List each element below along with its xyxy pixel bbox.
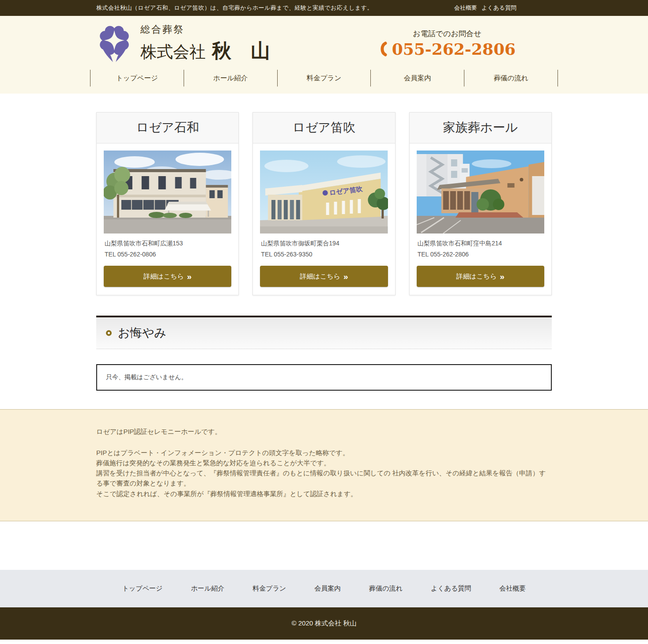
- nav-item-top-page[interactable]: トップページ: [90, 70, 184, 87]
- detail-button-label: 詳細はこちら: [300, 272, 340, 281]
- company-name: 秋 山: [212, 39, 270, 62]
- phone-icon: [379, 41, 388, 56]
- hall-address: 山梨県笛吹市石和町広瀬153: [105, 238, 230, 249]
- detail-button-label: 詳細はこちら: [143, 272, 184, 281]
- phone-number-link[interactable]: 055-262-2806: [379, 40, 516, 58]
- pip-certification-section: ロゼアはPIP認証セレモニーホールです。 PIPとはプラベート・インフォメーショ…: [0, 409, 648, 521]
- nav-item-price-plan[interactable]: 料金プラン: [277, 70, 371, 87]
- brand-title: 株式会社秋 山: [140, 38, 270, 64]
- phone-contact-label: お電話でのお問合せ: [379, 29, 516, 39]
- hall-address-block: 山梨県笛吹市石和町広瀬153 TEL 055-262-0806: [105, 238, 230, 260]
- nav-item-funeral-flow[interactable]: 葬儀の流れ: [464, 70, 558, 87]
- hall-photo-family-hall: [417, 151, 544, 233]
- pip-text-line: 講習を受けた担当者が中心となって、『葬祭情報管理責任者』のもとに情報の取り扱いに…: [96, 468, 552, 489]
- hall-tel: TEL 055-262-0806: [105, 249, 230, 260]
- main-navigation: トップページ ホール紹介 料金プラン 会員案内 葬儀の流れ: [90, 67, 558, 94]
- brand-text: 総合葬祭 株式会社秋 山: [140, 23, 270, 64]
- detail-button-rosea-fuefuki[interactable]: 詳細はこちら »: [260, 266, 388, 287]
- brand-logo-link[interactable]: 総合葬祭 株式会社秋 山: [96, 22, 270, 64]
- hall-title: ロゼア石和: [97, 113, 238, 143]
- nav-item-hall-intro[interactable]: ホール紹介: [184, 70, 277, 87]
- hall-tel: TEL 055-262-2806: [418, 249, 543, 260]
- double-chevron-icon: »: [187, 272, 192, 281]
- detail-button-label: 詳細はこちら: [456, 272, 497, 281]
- detail-button-family-hall[interactable]: 詳細はこちら »: [417, 266, 544, 287]
- hall-photo-rosea-fuefuki: ロゼア笛吹: [260, 151, 388, 233]
- footer-link-membership[interactable]: 会員案内: [314, 584, 341, 593]
- copyright-text: © 2020 株式会社 秋山: [0, 607, 648, 640]
- pip-lead-text: ロゼアはPIP認証セレモニーホールです。: [96, 426, 552, 437]
- obituary-empty-notice: 只今、掲載はございません。: [96, 364, 552, 391]
- hall-tel: TEL 055-263-9350: [261, 249, 387, 260]
- footer: トップページ ホール紹介 料金プラン 会員案内 葬儀の流れ よくある質問 会社概…: [0, 570, 648, 640]
- topbar-link-company-overview[interactable]: 会社概要: [454, 4, 477, 12]
- hall-card-rosea-fuefuki: ロゼア笛吹 ロゼア笛吹: [252, 112, 395, 295]
- detail-button-rosea-isawa[interactable]: 詳細はこちら »: [104, 266, 231, 287]
- footer-link-company-overview[interactable]: 会社概要: [499, 584, 526, 593]
- topbar-link-faq[interactable]: よくある質問: [482, 4, 516, 12]
- pip-text-line: そこで認定されれば、その事業所が『葬祭情報管理適格事業所』として認証されます。: [96, 489, 552, 499]
- topbar: 株式会社秋山（ロゼア石和、ロゼア笛吹）は、自宅葬からホール葬まで、経験と実績でお…: [0, 0, 648, 16]
- obituary-heading: お悔やみ: [118, 325, 166, 341]
- phone-number-text: 055-262-2806: [392, 40, 516, 58]
- header: 総合葬祭 株式会社秋 山 お電話でのお問合せ 055-262-2806 トップペ…: [0, 16, 648, 94]
- logo-flower-icon: [96, 22, 132, 64]
- main-content: ロゼア石和: [0, 94, 648, 391]
- obituary-header: お悔やみ: [96, 316, 552, 349]
- company-type: 株式会社: [140, 42, 206, 61]
- footer-link-funeral-flow[interactable]: 葬儀の流れ: [369, 584, 403, 593]
- phone-contact-block: お電話でのお問合せ 055-262-2806: [379, 29, 516, 58]
- nav-item-membership[interactable]: 会員案内: [370, 70, 464, 87]
- hall-address: 山梨県笛吹市御坂町栗合194: [261, 238, 387, 249]
- hall-card-family-hall: 家族葬ホール: [409, 112, 552, 295]
- footer-link-price-plan[interactable]: 料金プラン: [252, 584, 286, 593]
- hall-photo-rosea-isawa: [104, 151, 231, 233]
- site-tagline: 株式会社秋山（ロゼア石和、ロゼア笛吹）は、自宅葬からホール葬まで、経験と実績でお…: [96, 4, 373, 12]
- footer-link-hall-intro[interactable]: ホール紹介: [191, 584, 224, 593]
- hall-title: 家族葬ホール: [410, 113, 551, 143]
- topbar-links: 会社概要 よくある質問: [454, 4, 516, 12]
- double-chevron-icon: »: [500, 272, 505, 281]
- hall-card-rosea-isawa: ロゼア石和: [96, 112, 239, 295]
- obituary-section: お悔やみ 只今、掲載はございません。: [96, 316, 552, 391]
- footer-link-top-page[interactable]: トップページ: [122, 584, 163, 593]
- double-chevron-icon: »: [343, 272, 348, 281]
- ring-bullet-icon: [106, 330, 112, 336]
- brand-subtitle: 総合葬祭: [140, 23, 270, 36]
- hall-address-block: 山梨県笛吹市石和町窪中島214 TEL 055-262-2806: [418, 238, 543, 260]
- hall-address: 山梨県笛吹市石和町窪中島214: [418, 238, 543, 249]
- footer-navigation: トップページ ホール紹介 料金プラン 会員案内 葬儀の流れ よくある質問 会社概…: [0, 570, 648, 607]
- hall-cards: ロゼア石和: [96, 94, 552, 295]
- hall-title: ロゼア笛吹: [253, 113, 395, 143]
- hall-address-block: 山梨県笛吹市御坂町栗合194 TEL 055-263-9350: [261, 238, 387, 260]
- footer-link-faq[interactable]: よくある質問: [431, 584, 471, 593]
- pip-text-line: PIPとはプラベート・インフォメーション・プロテクトの頭文字を取った略称です。: [96, 448, 552, 458]
- pip-text-line: 葬儀施行は突発的なその業務発生と緊急的な対応を迫られることが大半です。: [96, 458, 552, 468]
